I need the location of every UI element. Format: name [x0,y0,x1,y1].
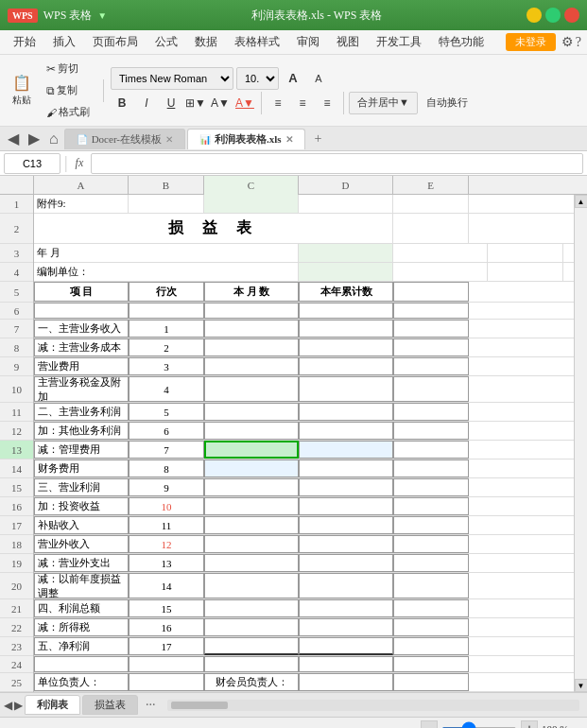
cell-a7[interactable]: 一、主营业务收入 [34,320,129,338]
cell-d22[interactable] [299,618,393,636]
cell-c14[interactable] [204,459,299,477]
cell-a4-merged[interactable]: 编制单位： [34,263,299,281]
tab-lirun[interactable]: 📊 利润表表格.xls ✕ [187,129,305,149]
cell-c15[interactable] [204,478,299,496]
fill-color-button[interactable]: A▼ [209,92,232,114]
cell-a10[interactable]: 主营业务税金及附加 [34,376,129,402]
cell-c11[interactable] [204,403,299,421]
row-header-21[interactable]: 21 [0,599,33,618]
col-header-b[interactable]: B [129,176,204,195]
nav-forward-button[interactable]: ▶ [25,130,43,147]
row-header-6[interactable]: 6 [0,303,33,320]
cell-b14[interactable]: 8 [129,459,204,477]
cell-e10[interactable] [393,376,469,402]
row-header-10[interactable]: 10 [0,376,33,403]
login-button[interactable]: 未登录 [506,33,556,51]
cell-e16[interactable] [393,497,469,515]
cell-e20[interactable] [393,573,469,598]
row-header-19[interactable]: 19 [0,554,33,573]
cell-e7[interactable] [393,320,469,338]
align-center-button[interactable]: ≡ [291,92,314,114]
cell-a3-merged[interactable]: 年 月 [34,244,299,262]
formula-input[interactable] [91,153,583,174]
row-header-15[interactable]: 15 [0,478,33,497]
cell-d5[interactable]: 本年累计数 [299,282,393,302]
row-header-11[interactable]: 11 [0,403,33,422]
merge-center-button[interactable]: 合并居中▼ [349,92,418,114]
cell-d3[interactable] [393,244,488,262]
cell-d16[interactable] [299,497,393,515]
cell-e18[interactable] [393,535,469,553]
cell-d25[interactable] [299,673,393,691]
menu-table-style[interactable]: 表格样式 [227,32,287,52]
bold-button[interactable]: B [111,92,133,114]
format-painter-button[interactable]: 🖌 格式刷 [40,102,96,122]
cell-a18[interactable]: 营业外收入 [34,535,129,553]
add-sheet-button[interactable]: ··· [140,698,162,713]
auto-wrap-button[interactable]: 自动换行 [420,93,475,113]
cell-d18[interactable] [299,535,393,553]
cell-d4[interactable] [393,263,488,281]
cell-e1[interactable] [393,195,469,213]
cell-a16[interactable]: 加：投资收益 [34,497,129,515]
cell-c6[interactable] [204,303,299,319]
cell-reference-input[interactable] [4,153,60,174]
cell-c19[interactable] [204,554,299,572]
row-header-23[interactable]: 23 [0,637,33,656]
menu-review[interactable]: 审阅 [289,32,327,52]
sheet-tab-sunyi[interactable]: 损益表 [82,695,138,715]
cell-c4[interactable] [299,263,393,281]
cell-b9[interactable]: 3 [129,357,204,375]
nav-back-button[interactable]: ◀ [4,130,23,147]
cell-c17[interactable] [204,516,299,534]
cell-c24[interactable] [204,656,299,672]
cell-d6[interactable] [299,303,393,319]
cell-e2[interactable] [393,214,469,243]
font-color-button[interactable]: A▼ [233,92,256,114]
row-header-25[interactable]: 25 [0,673,33,692]
cell-a17[interactable]: 补贴收入 [34,516,129,534]
horizontal-scrollbar[interactable] [167,700,580,711]
tab-docer[interactable]: 📄 Docer-在线模板 ✕ [64,129,185,149]
cell-b17[interactable]: 11 [129,516,204,534]
cell-e3[interactable] [488,244,563,262]
row-header-5[interactable]: 5 [0,282,33,303]
row-header-8[interactable]: 8 [0,338,33,357]
cell-c7[interactable] [204,320,299,338]
cell-a15[interactable]: 三、营业利润 [34,478,129,496]
cell-b10[interactable]: 4 [129,376,204,402]
cell-e8[interactable] [393,338,469,356]
cell-a12[interactable]: 加：其他业务利润 [34,422,129,440]
cell-a14[interactable]: 财务费用 [34,459,129,477]
cell-b1[interactable] [129,195,204,213]
cell-e9[interactable] [393,357,469,375]
menu-dev-tools[interactable]: 开发工具 [369,32,429,52]
cell-c5[interactable]: 本 月 数 [204,282,299,302]
row-header-9[interactable]: 9 [0,357,33,376]
minimize-button[interactable] [527,8,542,23]
row-header-12[interactable]: 12 [0,422,33,441]
menu-data[interactable]: 数据 [187,32,225,52]
col-header-e[interactable]: E [393,176,469,195]
scroll-up-button[interactable]: ▲ [575,195,588,208]
cell-a11[interactable]: 二、主营业务利润 [34,403,129,421]
cell-d11[interactable] [299,403,393,421]
menu-view[interactable]: 视图 [329,32,367,52]
cell-d15[interactable] [299,478,393,496]
border-button[interactable]: ⊞▼ [184,92,207,114]
underline-button[interactable]: U [160,92,182,114]
cell-c13[interactable] [204,441,299,459]
cell-e11[interactable] [393,403,469,421]
cell-d7[interactable] [299,320,393,338]
font-shrink-button[interactable]: A [307,67,330,90]
align-left-button[interactable]: ≡ [267,92,289,114]
cell-a20[interactable]: 减：以前年度损益调整 [34,573,129,598]
cell-a5[interactable]: 项 目 [34,282,129,302]
row-header-16[interactable]: 16 [0,497,33,516]
cell-b18[interactable]: 12 [129,535,204,553]
scroll-down-button[interactable]: ▼ [575,679,588,692]
cell-c9[interactable] [204,357,299,375]
cell-b25[interactable] [129,673,204,691]
cell-a25[interactable]: 单位负责人： [34,673,129,691]
cell-b11[interactable]: 5 [129,403,204,421]
